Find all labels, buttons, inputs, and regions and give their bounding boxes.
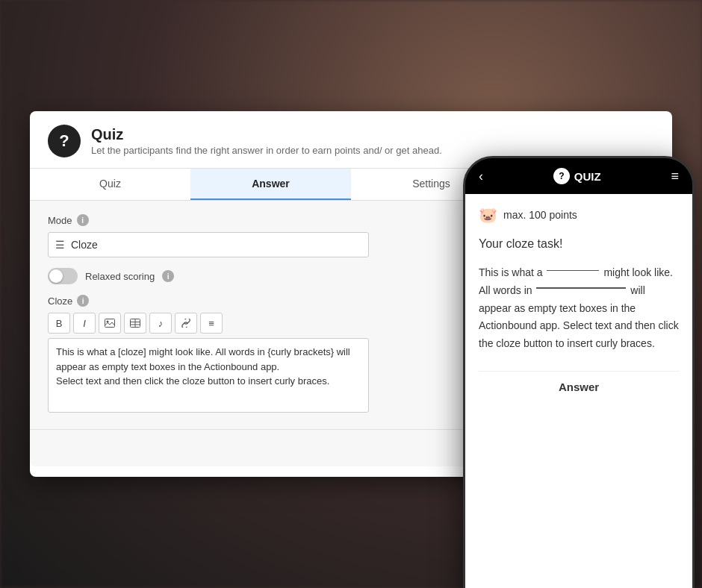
quiz-icon-label: ? [59,131,69,151]
svg-rect-0 [105,319,115,328]
phone-body-text: This is what a might look like. All word… [479,264,679,353]
phone-pig-icon: 🐷 [479,206,497,224]
toggle-knob [49,269,63,283]
card-description: Let the participants find the right answ… [91,145,442,156]
phone-title-bar: ? QUIZ [553,168,601,184]
toolbar-italic-button[interactable]: I [73,313,96,334]
image-icon [105,319,115,328]
phone-title-text: QUIZ [574,170,601,183]
phone-blank-1[interactable] [547,270,599,272]
phone-points-row: 🐷 max. 100 points [479,206,679,224]
card-header-text: Quiz Let the participants find the right… [91,126,442,156]
mode-select-icon: ☰ [55,239,65,251]
table-icon [130,319,140,328]
mode-info-icon[interactable]: i [77,214,89,226]
relaxed-scoring-toggle[interactable] [48,268,78,284]
phone-back-button[interactable]: ‹ [479,169,483,184]
phone-task-title: Your cloze task! [479,237,679,251]
tab-answer[interactable]: Answer [190,169,351,200]
phone-points-text: max. 100 points [503,209,577,221]
toolbar-audio-button[interactable]: ♪ [149,313,172,334]
quiz-icon: ? [48,125,81,157]
phone-menu-button[interactable]: ≡ [671,169,679,184]
phone-top-bar: ‹ ? QUIZ ≡ [465,158,692,194]
cloze-info-icon[interactable]: i [77,295,89,307]
toolbar-cloze-button[interactable]: ≡ [200,313,223,334]
phone-text-part1: This is what a [479,266,545,278]
card-body: Mode i ☰ Cloze Multiple Choice Fill in t… [30,201,672,429]
cloze-label: Cloze [48,295,72,307]
link-icon [181,319,191,328]
main-card: ? Quiz Let the participants find the rig… [30,111,672,477]
mode-label: Mode [48,215,72,226]
toolbar-bold-button[interactable]: B [48,313,70,334]
card-title: Quiz [91,126,442,143]
phone-blank-2[interactable] [536,287,626,289]
toolbar-table-button[interactable] [124,313,146,334]
phone-answer-button[interactable]: Answer [479,371,679,402]
phone-quiz-icon: ? [553,168,570,184]
phone-content: 🐷 max. 100 points Your cloze task! This … [465,194,692,588]
toolbar-image-button[interactable] [99,313,121,334]
mode-select[interactable]: Cloze Multiple Choice Fill in the blank [48,232,369,257]
toolbar-link-button[interactable] [175,313,197,334]
tab-quiz[interactable]: Quiz [30,169,190,200]
relaxed-scoring-info-icon[interactable]: i [162,270,174,282]
relaxed-scoring-label: Relaxed scoring [85,271,155,282]
phone-mockup: ‹ ? QUIZ ≡ 🐷 max. 100 points Your cloze … [463,156,695,588]
cloze-editor[interactable]: This is what a [cloze] might look like. … [48,338,369,413]
